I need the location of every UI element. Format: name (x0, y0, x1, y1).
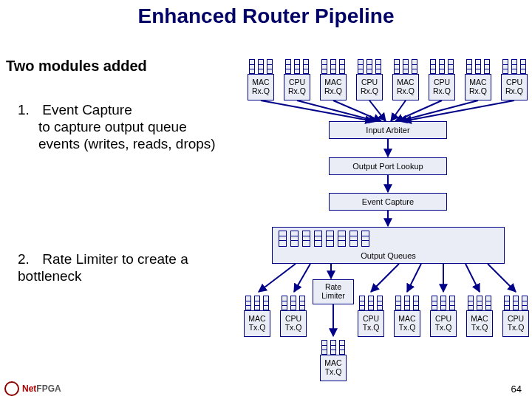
rate-limiter-box: Rate Limiter (313, 279, 354, 304)
bullet-1-sub: to capture output queue events (writes, … (38, 119, 225, 153)
subtitle: Two modules added (6, 58, 147, 75)
rxq-icon (465, 56, 491, 74)
txq-icon (320, 337, 347, 355)
svg-line-14 (371, 264, 399, 292)
rxq-box: MAC Rx.Q (465, 74, 491, 100)
rxq-icon (429, 56, 455, 74)
input-arbiter-box: Input Arbiter (329, 121, 447, 139)
rxq-icon (320, 56, 347, 74)
bullet-1-num: 1. (18, 102, 38, 119)
rxq-box: CPU Rx.Q (356, 74, 383, 100)
txq-icon (466, 293, 493, 310)
page-number: 64 (511, 383, 522, 395)
txq-icon (430, 293, 457, 310)
rxq-box: MAC Rx.Q (392, 74, 419, 100)
rxq-box: MAC Rx.Q (320, 74, 347, 100)
txq-icon (280, 293, 307, 310)
bullet-2-head: Rate Limiter (42, 251, 117, 267)
txq-icon (358, 293, 384, 310)
logo-ring-icon (4, 381, 19, 396)
slide-title: Enhanced Router Pipeline (0, 4, 532, 28)
txq-box: MAC Tx.Q (244, 310, 270, 337)
txq-box: CPU Tx.Q (502, 310, 529, 337)
svg-line-11 (259, 264, 296, 292)
rxq-icon (501, 56, 528, 74)
rxq-box: CPU Rx.Q (429, 74, 455, 100)
txq-icon (244, 293, 270, 310)
txq-icon (394, 293, 420, 310)
bullet-1: 1. Event Capture to capture output queue… (18, 102, 225, 152)
svg-line-17 (466, 264, 480, 292)
txq-box: CPU Tx.Q (280, 310, 307, 337)
rxq-box: MAC Rx.Q (248, 74, 274, 100)
rxq-icon (284, 56, 310, 74)
txq-icon (502, 293, 529, 310)
oq-col-icon (302, 231, 310, 247)
svg-line-7 (403, 100, 514, 121)
bullet-2: 2. Rate Limiter to create a bottleneck (18, 251, 225, 285)
bullet-1-head: Event Capture (42, 102, 132, 117)
svg-line-3 (369, 100, 386, 121)
txq-box: MAC Tx.Q (466, 310, 493, 337)
rxq-box: CPU Rx.Q (284, 74, 310, 100)
logo-text-b: FPGA (36, 383, 61, 394)
logo: NetFPGA (4, 381, 61, 396)
rxq-box: CPU Rx.Q (501, 74, 528, 100)
svg-line-4 (391, 100, 406, 121)
oq-col-icon (279, 231, 287, 247)
oq-col-icon (361, 231, 369, 247)
svg-line-1 (297, 100, 377, 121)
txq-box: MAC Tx.Q (394, 310, 420, 337)
svg-line-0 (261, 100, 373, 121)
svg-line-12 (294, 264, 310, 292)
svg-line-18 (488, 264, 516, 292)
bullet-2-num: 2. (18, 251, 38, 268)
txq-box: CPU Tx.Q (430, 310, 457, 337)
txq-box-bottom: MAC Tx.Q (320, 355, 347, 381)
oq-col-icon (338, 231, 346, 247)
svg-line-6 (399, 100, 478, 121)
output-queues-label: Output Queues (361, 251, 416, 260)
rxq-icon (356, 56, 383, 74)
rxq-icon (248, 56, 274, 74)
oq-col-icon (314, 231, 322, 247)
oq-col-icon (326, 231, 334, 247)
txq-box: CPU Tx.Q (358, 310, 384, 337)
event-capture-box: Event Capture (329, 193, 447, 211)
oq-col-icon (290, 231, 299, 247)
oq-col-icon (349, 231, 358, 247)
svg-line-2 (333, 100, 381, 121)
logo-text-a: Net (22, 383, 36, 394)
svg-line-15 (407, 264, 421, 292)
rxq-icon (392, 56, 419, 74)
output-port-lookup-box: Output Port Lookup (329, 157, 447, 175)
output-queues-box: Output Queues (272, 227, 505, 264)
svg-line-5 (395, 100, 442, 121)
